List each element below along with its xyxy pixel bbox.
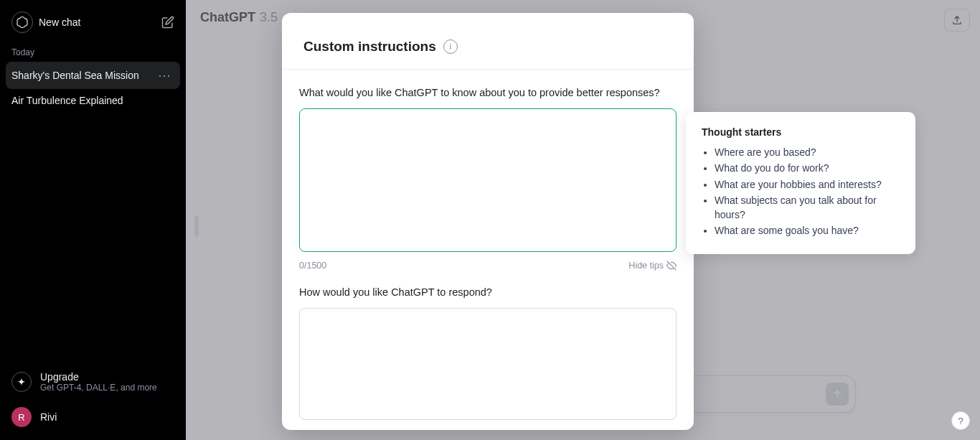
modal-title: Custom instructions (303, 39, 436, 55)
tip-item: What are your hobbies and interests? (715, 177, 900, 192)
more-icon[interactable]: ⋯ (155, 67, 174, 83)
char-counter: 0/1500 (299, 261, 326, 271)
new-chat-label: New chat (39, 17, 156, 28)
upgrade-button[interactable]: ✦ Upgrade Get GPT-4, DALL·E, and more (6, 364, 180, 400)
chat-title: Air Turbulence Explained (11, 95, 174, 106)
respond-textarea[interactable] (299, 308, 677, 420)
eye-off-icon (666, 261, 677, 271)
info-icon[interactable]: i (443, 39, 458, 54)
thought-starters-popover: Thought starters Where are you based? Wh… (686, 112, 915, 254)
chat-history-item[interactable]: Air Turbulence Explained (6, 89, 180, 112)
hide-tips-button[interactable]: Hide tips (628, 261, 677, 271)
upgrade-title: Upgrade (40, 371, 157, 383)
help-button[interactable]: ? (951, 411, 970, 430)
sidebar: New chat Today Sharky's Dental Sea Missi… (0, 0, 186, 440)
compose-icon (161, 16, 174, 29)
avatar: R (11, 407, 32, 427)
upgrade-subtitle: Get GPT-4, DALL·E, and more (40, 383, 157, 393)
new-chat-button[interactable]: New chat (6, 6, 180, 39)
tip-item: What are some goals you have? (715, 223, 900, 238)
tip-item: Where are you based? (715, 145, 900, 159)
question-2-label: How would you like ChatGPT to respond? (299, 286, 677, 298)
sparkle-icon: ✦ (11, 372, 32, 392)
tip-item: What do you do for work? (715, 161, 900, 175)
custom-instructions-modal: Custom instructions i What would you lik… (282, 13, 694, 430)
today-label: Today (6, 39, 180, 62)
about-you-textarea[interactable] (299, 108, 677, 252)
tips-title: Thought starters (702, 126, 900, 138)
sidebar-resize-handle[interactable] (194, 215, 199, 237)
openai-logo-icon (11, 11, 33, 33)
user-name: Rivi (40, 411, 57, 423)
tip-item: What subjects can you talk about for hou… (715, 193, 900, 223)
chat-history-item[interactable]: Sharky's Dental Sea Mission ⋯ (6, 62, 180, 89)
question-1-label: What would you like ChatGPT to know abou… (299, 87, 677, 98)
user-menu-button[interactable]: R Rivi (6, 400, 180, 434)
chat-title: Sharky's Dental Sea Mission (11, 70, 155, 81)
